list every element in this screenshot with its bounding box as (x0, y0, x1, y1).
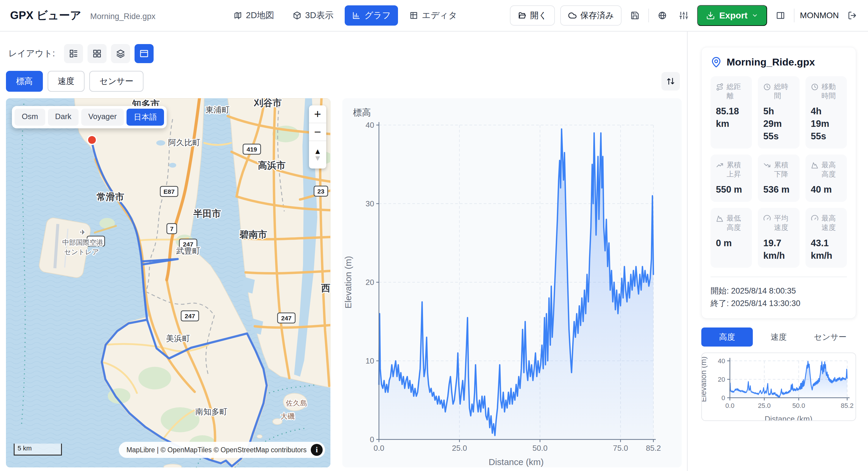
map-label: 常滑市 (97, 192, 124, 202)
sidebar-tab-1[interactable]: 速度 (753, 327, 804, 347)
road-shield-label: 247 (185, 313, 195, 319)
stat-label-row: 総時間 (763, 82, 794, 100)
swap-panels-button[interactable] (661, 72, 680, 91)
stat-label: 累積上昇 (726, 160, 747, 179)
gauge-icon (811, 215, 818, 222)
lsplit-icon (139, 49, 149, 58)
layout-option-layers[interactable] (111, 44, 130, 63)
stat-tile-clock-2: 移動時間4h 19m 55s (805, 76, 847, 149)
stat-tile-mountain-5: 最高高度40 m (805, 155, 847, 202)
svg-text:85.2: 85.2 (646, 444, 661, 452)
compass-control[interactable]: ▲▼ (309, 141, 326, 168)
map-label: 阿久比町 (168, 138, 200, 147)
stat-tile-trenddown-4: 累積下降536 m (758, 155, 799, 202)
tab-editor[interactable]: エディタ (402, 5, 464, 26)
chart-tab-0[interactable]: 標高 (6, 71, 43, 92)
download-icon (706, 11, 715, 20)
map-style-osm[interactable]: Osm (14, 109, 45, 126)
info-icon[interactable]: i (311, 444, 323, 456)
swap-icon (666, 77, 675, 86)
sliders-icon (679, 11, 688, 20)
map-style-dark[interactable]: Dark (48, 109, 79, 126)
map-label: 武豊町 (176, 247, 200, 255)
save-button[interactable] (627, 7, 643, 24)
map-label: 中部国際空港 (62, 239, 103, 246)
map-panel[interactable]: 41923E87E877247247247 知多市刈谷市東浦町阿久比町高浜市半田… (6, 98, 331, 467)
layers-icon (116, 49, 125, 58)
export-button[interactable]: Export (697, 5, 767, 26)
stat-label-row: 平均速度 (763, 214, 794, 232)
map-label: セントレア (64, 248, 99, 256)
layout-row: レイアウト: (8, 44, 154, 63)
zoom-out-button[interactable]: − (309, 123, 326, 141)
tab-graph[interactable]: グラフ (345, 5, 398, 26)
gauge-icon (763, 215, 771, 222)
road-shield-label: 419 (246, 146, 257, 153)
stat-value: 550 m (716, 183, 747, 196)
panel-toggle-button[interactable] (772, 7, 788, 24)
layout-option-llist[interactable] (64, 44, 83, 63)
open-button-label: 開く (530, 10, 547, 21)
app-title: GPX ビューア (10, 8, 81, 23)
svg-text:50.0: 50.0 (532, 444, 548, 452)
settings-button[interactable] (676, 7, 692, 24)
road-shield-label: 7 (170, 225, 174, 232)
globe-icon (658, 11, 667, 20)
svg-text:25.0: 25.0 (452, 444, 467, 452)
divider (648, 9, 649, 22)
saved-button[interactable]: 保存済み (560, 5, 622, 26)
zoom-in-button[interactable]: + (309, 105, 326, 123)
svg-text:0: 0 (721, 394, 725, 402)
chevron-down-icon (752, 12, 758, 19)
stats-grid: 総距離85.18 km総時間5h 29m 55s移動時間4h 19m 55s累積… (711, 76, 847, 268)
start-marker[interactable] (88, 135, 96, 145)
svg-text:0.0: 0.0 (725, 402, 735, 409)
stat-tile-clock-1: 総時間5h 29m 55s (758, 76, 799, 149)
chart-tab-2[interactable]: センサー (89, 71, 144, 92)
layout-label: レイアウト: (8, 48, 55, 60)
stat-label: 累積下降 (774, 160, 794, 179)
stat-label-row: 総距離 (716, 82, 747, 100)
stat-label: 移動時間 (822, 82, 841, 100)
map-label: ✈ (80, 228, 86, 236)
chevron-down-icon (752, 12, 758, 19)
trenddown-icon (763, 161, 771, 169)
svg-text:20: 20 (366, 278, 374, 287)
stat-value: 5h 29m 55s (763, 105, 794, 143)
sidebar-tab-0[interactable]: 高度 (701, 327, 753, 347)
mountain-icon (811, 161, 818, 169)
map-label: 刈谷市 (254, 98, 282, 108)
cloud-icon (568, 11, 577, 20)
elevation-chart: 0102030400.025.050.075.085.2Distance (km… (342, 98, 682, 467)
map-style-日本語[interactable]: 日本語 (126, 109, 164, 126)
open-button[interactable]: 開く (510, 5, 555, 26)
stat-label-row: 移動時間 (811, 82, 841, 100)
panel-right-icon (776, 11, 785, 20)
layout-option-lsplit[interactable] (134, 44, 154, 63)
stat-value: 19.7 km/h (763, 237, 794, 262)
tab-2d-map[interactable]: 2D地図 (226, 5, 281, 26)
layout-option-lgrid[interactable] (88, 44, 106, 63)
map-label: 高浜市 (258, 160, 286, 170)
map-canvas[interactable]: 41923E87E877247247247 知多市刈谷市東浦町阿久比町高浜市半田… (6, 98, 331, 467)
logout-button[interactable] (844, 7, 860, 24)
map-icon (234, 11, 242, 20)
floppy-icon (630, 11, 640, 20)
svg-text:25.0: 25.0 (758, 402, 771, 409)
sidebar-tab-2[interactable]: センサー (805, 327, 856, 347)
clock-icon (811, 83, 818, 91)
compass-south-icon: ▼ (314, 155, 321, 162)
tab-3d-view[interactable]: 3D表示 (285, 5, 341, 26)
elevation-chart-panel: 0102030400.025.050.075.085.2Distance (km… (342, 98, 682, 467)
mini-elevation-chart: 020400.025.050.085.2Distance (km)Elevati… (702, 353, 856, 421)
language-button[interactable] (654, 7, 670, 24)
attribution-text: MapLibre | © OpenMapTiles © OpenStreetMa… (126, 446, 307, 454)
map-label: 南知多町 (195, 407, 227, 416)
stat-label: 総時間 (774, 82, 794, 100)
map-style-voyager[interactable]: Voyager (81, 109, 124, 126)
folder-open-icon (518, 11, 527, 20)
svg-text:10: 10 (366, 356, 374, 365)
start-time: 開始: 2025/8/14 8:00:35 (711, 285, 847, 297)
stat-label: 平均速度 (774, 214, 794, 232)
chart-tab-1[interactable]: 速度 (48, 71, 85, 92)
